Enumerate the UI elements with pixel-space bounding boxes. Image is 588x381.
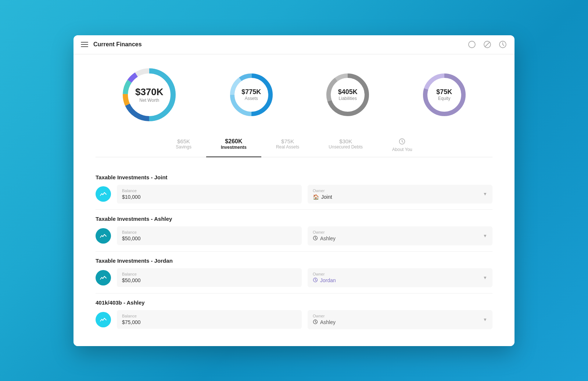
owner-text-ashley: Ashley [320, 236, 336, 241]
investment-icon-joint [96, 186, 111, 202]
app-title: Current Finances [93, 41, 142, 48]
owner-field-joint[interactable]: Owner 🏠 Joint ▼ [308, 185, 492, 204]
person-icon-jordan [313, 277, 318, 284]
tab-savings[interactable]: $65K Savings [161, 135, 206, 157]
owner-value-401k: Ashley [313, 319, 483, 326]
investment-title-jordan: Taxable Investments - Jordan [96, 258, 492, 264]
app-window: Current Finances [74, 35, 514, 346]
main-content: $370K Net Worth $775K [74, 54, 514, 346]
owner-field-jordan[interactable]: Owner Jordan [308, 268, 492, 287]
investment-icon-jordan [96, 270, 111, 285]
owner-label-joint: Owner [313, 188, 483, 193]
balance-field-joint: Balance $10,000 [117, 185, 302, 204]
house-icon: 🏠 [313, 194, 319, 200]
person-icon-401k [313, 319, 318, 326]
equity-donut: $75K Equity [420, 71, 468, 119]
balance-field-jordan: Balance $50,000 [117, 268, 302, 287]
dropdown-arrow-401k[interactable]: ▼ [483, 317, 487, 322]
balance-value-401k: $75,000 [122, 319, 297, 325]
assets-donut: $775K Assets [227, 71, 275, 119]
net-worth-donut: $370K Net Worth [120, 65, 179, 124]
liabilities-donut: $405K Liabilities [324, 71, 372, 119]
slash-icon[interactable] [483, 40, 492, 49]
tab-savings-amount: $65K [177, 138, 190, 144]
tab-about-you-icon [399, 138, 405, 146]
tab-investments-amount: $260K [225, 138, 242, 145]
tab-investments-label: Investments [221, 145, 247, 150]
dropdown-arrow-joint[interactable]: ▼ [483, 191, 487, 197]
investment-item-joint: Taxable Investments - Joint Balance $10,… [96, 168, 492, 210]
equity-sub: Equity [436, 96, 452, 101]
investment-item-jordan: Taxable Investments - Jordan Balance $50… [96, 252, 492, 294]
balance-field-401k: Balance $75,000 [117, 310, 302, 329]
investment-row-ashley: Balance $50,000 Owner [96, 226, 492, 245]
investment-row-401k: Balance $75,000 Owner [96, 310, 492, 329]
net-worth-sub: Net Worth [135, 98, 164, 103]
svg-line-29 [315, 238, 316, 239]
tab-real-assets[interactable]: $75K Real Assets [261, 135, 314, 157]
dropdown-arrow-jordan[interactable]: ▼ [483, 275, 487, 280]
investment-row-joint: Balance $10,000 Owner 🏠 Joint ▼ [96, 185, 492, 204]
equity-chart: $75K Equity [420, 71, 468, 119]
owner-field-ashley[interactable]: Owner Ashley [308, 226, 492, 245]
liabilities-label: $405K Liabilities [338, 88, 358, 101]
owner-field-401k[interactable]: Owner Ashley [308, 310, 492, 329]
tab-investments[interactable]: $260K Investments [206, 135, 261, 157]
charts-row: $370K Net Worth $775K [96, 65, 492, 124]
tab-unsecured-debts-label: Unsecured Debts [329, 144, 363, 150]
owner-label-ashley: Owner [313, 230, 483, 234]
assets-amount: $775K [241, 88, 261, 96]
circle-icon[interactable] [467, 40, 476, 49]
tab-savings-label: Savings [176, 144, 191, 150]
balance-value-jordan: $50,000 [122, 277, 297, 283]
equity-label: $75K Equity [436, 88, 452, 101]
svg-point-0 [469, 41, 475, 48]
owner-value-joint: 🏠 Joint [313, 194, 483, 200]
menu-button[interactable] [81, 42, 88, 47]
owner-field-inner-ashley: Owner Ashley [313, 230, 483, 242]
equity-amount: $75K [436, 88, 452, 96]
assets-sub: Assets [241, 96, 261, 101]
balance-value-ashley: $50,000 [122, 236, 297, 241]
net-worth-amount: $370K [135, 86, 164, 98]
titlebar-left: Current Finances [81, 41, 142, 48]
balance-label-joint: Balance [122, 188, 297, 193]
titlebar-icons [467, 40, 507, 49]
liabilities-chart: $405K Liabilities [324, 71, 372, 119]
tab-unsecured-debts[interactable]: $30K Unsecured Debts [314, 135, 377, 157]
owner-text-401k: Ashley [320, 319, 336, 325]
nav-tabs: $65K Savings $260K Investments $75K Real… [96, 135, 492, 157]
investment-icon-401k [96, 312, 111, 327]
svg-line-35 [315, 322, 316, 323]
person-icon-ashley [313, 236, 318, 242]
svg-line-32 [315, 280, 316, 281]
owner-label-jordan: Owner [313, 272, 483, 276]
tab-real-assets-label: Real Assets [276, 144, 299, 150]
liabilities-amount: $405K [338, 88, 358, 96]
tab-about-you[interactable]: About You [377, 135, 427, 157]
owner-value-jordan: Jordan [313, 277, 483, 284]
investment-item-401k: 401k/403b - Ashley Balance $75,000 Owner [96, 294, 492, 335]
balance-field-ashley: Balance $50,000 [117, 226, 302, 245]
tab-real-assets-amount: $75K [281, 138, 294, 144]
assets-chart: $775K Assets [227, 71, 275, 119]
clock-icon[interactable] [498, 40, 507, 49]
titlebar: Current Finances [74, 35, 514, 54]
net-worth-chart: $370K Net Worth [120, 65, 179, 124]
investment-title-401k: 401k/403b - Ashley [96, 299, 492, 306]
investment-title-joint: Taxable Investments - Joint [96, 174, 492, 180]
dropdown-arrow-ashley[interactable]: ▼ [483, 233, 487, 238]
liabilities-sub: Liabilities [338, 96, 358, 101]
net-worth-label: $370K Net Worth [135, 86, 164, 103]
owner-text-jordan: Jordan [320, 277, 336, 283]
owner-field-inner-joint: Owner 🏠 Joint [313, 188, 483, 200]
owner-label-401k: Owner [313, 314, 483, 318]
balance-label-401k: Balance [122, 314, 297, 318]
svg-line-2 [485, 42, 490, 47]
investment-row-jordan: Balance $50,000 Owner [96, 268, 492, 287]
tab-unsecured-debts-amount: $30K [339, 138, 352, 144]
assets-label: $775K Assets [241, 88, 261, 101]
investment-icon-ashley [96, 228, 111, 244]
balance-label-jordan: Balance [122, 272, 297, 276]
owner-field-inner-401k: Owner Ashley [313, 314, 483, 326]
